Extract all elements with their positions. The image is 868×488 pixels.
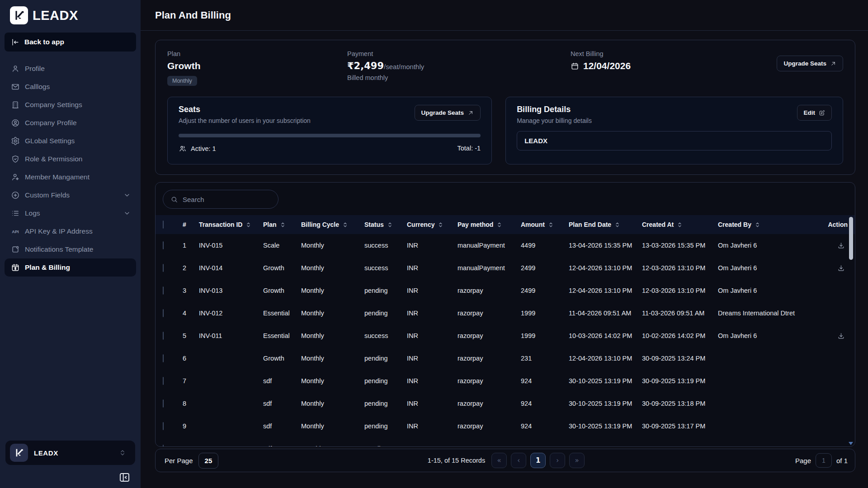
column-label: Pay method — [458, 221, 493, 228]
sidebar-item-notifications-template[interactable]: Notifications Template — [0, 240, 141, 258]
sidebar-item-calllogs[interactable]: Calllogs — [0, 78, 141, 96]
sort-icon[interactable] — [496, 222, 502, 228]
sort-icon[interactable] — [342, 222, 348, 228]
table-row: 4INV-012EssentialMonthlypendingINRrazorp… — [156, 302, 855, 324]
scrollbar-thumb[interactable] — [849, 217, 853, 260]
sidebar-item-logs[interactable]: Logs — [0, 204, 141, 222]
row-checkbox[interactable] — [163, 241, 164, 249]
table-header-row: #Transaction IDPlanBilling CycleStatusCu… — [156, 215, 855, 234]
cell-currency: INR — [407, 445, 458, 446]
sidebar-item-member-mangament[interactable]: Member Mangament — [0, 168, 141, 186]
last-page-button[interactable]: » — [569, 453, 585, 468]
row-checkbox[interactable] — [163, 286, 164, 295]
sidebar-item-role-permission[interactable]: Role & Permission — [0, 150, 141, 168]
cell-pay: razorpay — [458, 287, 521, 294]
billing-edit-button[interactable]: Edit — [797, 105, 832, 121]
column-header-plan[interactable]: Plan — [263, 221, 301, 228]
back-to-app-button[interactable]: Back to app — [5, 33, 136, 52]
seats-upgrade-button[interactable]: Upgrade Seats — [415, 105, 481, 121]
user-icon — [11, 64, 20, 73]
arrow-up-right-icon — [467, 110, 474, 116]
table-row: 8sdfMonthlypendingINRrazorpay92430-10-20… — [156, 392, 855, 415]
org-switcher[interactable]: LEADX — [5, 441, 135, 465]
users-icon — [179, 145, 187, 153]
sort-icon[interactable] — [677, 222, 683, 228]
sort-icon[interactable] — [245, 222, 251, 228]
row-checkbox[interactable] — [163, 332, 164, 340]
column-header-billing-cycle[interactable]: Billing Cycle — [301, 221, 364, 228]
plan-label: Plan — [167, 50, 347, 57]
sidebar-item-global-settings[interactable]: GLobal Settings — [0, 132, 141, 150]
row-checkbox[interactable] — [163, 445, 164, 446]
cell-currency: INR — [407, 422, 458, 430]
column-header-: # — [183, 221, 199, 228]
column-label: Transaction ID — [199, 221, 242, 228]
back-to-app-icon — [11, 38, 19, 47]
next-page-button[interactable]: › — [550, 453, 565, 468]
column-header-created-by[interactable]: Created By — [718, 221, 821, 228]
page-number-input[interactable]: 1 — [816, 453, 832, 468]
row-checkbox[interactable] — [163, 377, 164, 385]
column-header-transaction-id[interactable]: Transaction ID — [199, 221, 263, 228]
download-invoice-icon[interactable] — [837, 242, 845, 249]
column-label: Status — [364, 221, 384, 228]
download-invoice-icon[interactable] — [837, 332, 845, 340]
sidebar-item-plan-billing[interactable]: Plan & Billing — [5, 258, 136, 277]
cell-txn: INV-015 — [199, 242, 263, 249]
row-checkbox[interactable] — [163, 422, 164, 430]
per-page-select[interactable]: 25 — [198, 453, 219, 469]
sort-icon[interactable] — [755, 222, 760, 228]
billing-details-card: Billing Details Manage your billing deta… — [505, 97, 843, 164]
sidebar-item-custom-fields[interactable]: Custom Fields — [0, 186, 141, 204]
column-header-status[interactable]: Status — [364, 221, 407, 228]
cell-status: success — [364, 242, 407, 249]
scroll-down-arrow-icon[interactable] — [849, 442, 853, 445]
prev-page-button[interactable]: ‹ — [511, 453, 526, 468]
column-header-amount[interactable]: Amount — [521, 221, 569, 228]
cell-end: 12-04-2026 13:10 PM — [569, 264, 642, 272]
sort-icon[interactable] — [548, 222, 554, 228]
column-header-plan-end-date[interactable]: Plan End Date — [569, 221, 642, 228]
cell-status: pending — [364, 377, 407, 385]
row-checkbox[interactable] — [163, 309, 164, 317]
column-header-created-at[interactable]: Created At — [642, 221, 718, 228]
cell-pay: razorpay — [458, 310, 521, 317]
sidebar-item-profile[interactable]: Profile — [0, 60, 141, 78]
sidebar-item-company-settings[interactable]: Company Settings — [0, 96, 141, 114]
row-checkbox[interactable] — [163, 399, 164, 408]
search-input[interactable] — [183, 196, 271, 203]
download-invoice-icon[interactable] — [837, 264, 845, 272]
search-box[interactable] — [163, 190, 278, 209]
upgrade-seats-button[interactable]: Upgrade Seats — [777, 56, 843, 71]
table-scrollbar[interactable] — [848, 215, 854, 445]
page-1-button[interactable]: 1 — [530, 453, 546, 468]
seats-total-count: Total: -1 — [458, 145, 481, 153]
cell-amount: 1999 — [521, 310, 569, 317]
sort-icon[interactable] — [614, 222, 620, 228]
table-row: 9sdfMonthlypendingINRrazorpay92430-10-20… — [156, 415, 855, 437]
sort-icon[interactable] — [387, 222, 393, 228]
transactions-table-card: #Transaction IDPlanBilling CycleStatusCu… — [155, 182, 855, 447]
records-count: 1-15, of 15 Records — [428, 457, 485, 464]
sort-icon[interactable] — [280, 222, 286, 228]
cell-num: 7 — [183, 377, 199, 385]
first-page-button[interactable]: « — [491, 453, 507, 468]
row-checkbox[interactable] — [163, 264, 164, 272]
billing-edit-label: Edit — [804, 109, 816, 116]
cell-cycle: Monthly — [301, 310, 364, 317]
sort-icon[interactable] — [438, 222, 443, 228]
row-checkbox[interactable] — [163, 354, 164, 362]
select-all-checkbox[interactable] — [163, 221, 164, 229]
sidebar-collapse-icon[interactable] — [118, 471, 131, 483]
column-header-pay-method[interactable]: Pay method — [458, 221, 521, 228]
cell-status: pending — [364, 287, 407, 294]
cell-plan: sdf — [263, 377, 301, 385]
column-header-currency[interactable]: Currency — [407, 221, 458, 228]
column-header-action: Action — [821, 221, 848, 228]
sidebar-item-api-key-ip-address[interactable]: APIAPI Key & IP Address — [0, 222, 141, 240]
payment-amount: ₹2,499 — [347, 61, 384, 71]
sidebar-item-label: Calllogs — [25, 83, 50, 91]
sidebar-item-company-profile[interactable]: Company Profile — [0, 114, 141, 132]
cell-currency: INR — [407, 332, 458, 339]
cell-cycle: Monthly — [301, 242, 364, 249]
